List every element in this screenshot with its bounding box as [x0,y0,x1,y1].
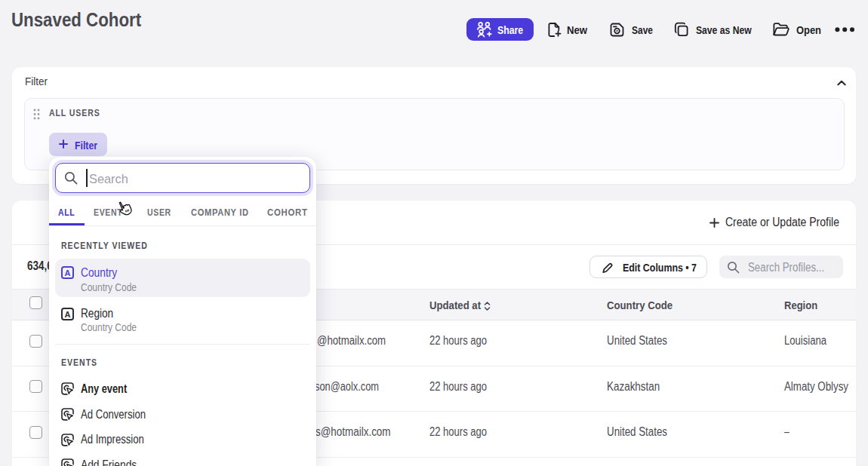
svg-text:A: A [64,268,70,277]
svg-text:A: A [65,310,71,319]
